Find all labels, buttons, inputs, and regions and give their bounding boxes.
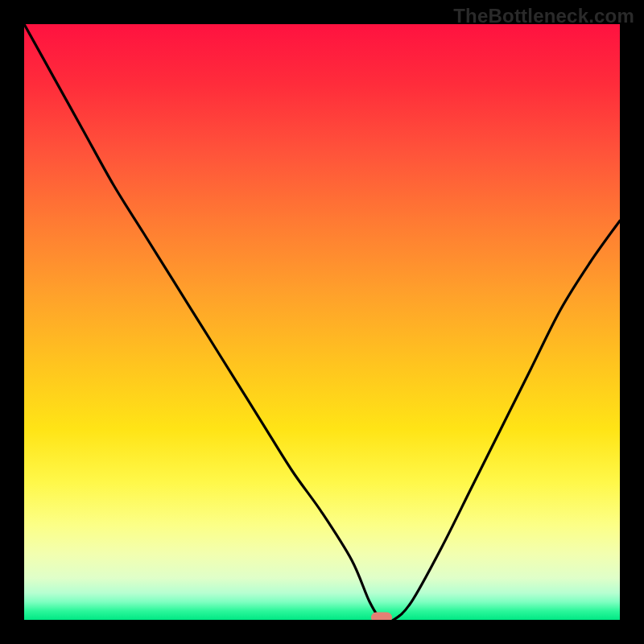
- chart-frame: TheBottleneck.com: [0, 0, 644, 644]
- bottleneck-curve: [24, 24, 620, 620]
- optimum-marker: [371, 613, 392, 621]
- plot-area: [24, 24, 620, 620]
- watermark-text: TheBottleneck.com: [453, 5, 634, 27]
